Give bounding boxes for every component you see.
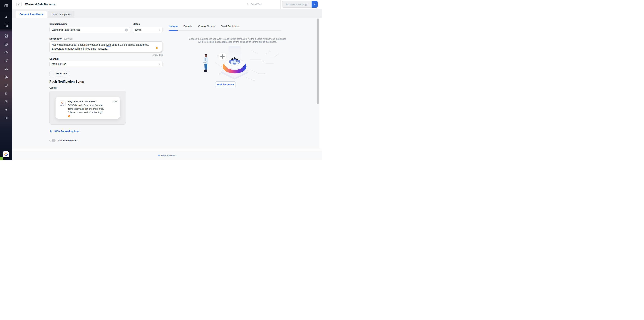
new-version-button[interactable]: + New Version [158,154,176,157]
notification-time: now [113,100,117,103]
content-label: Content [50,87,57,89]
audience-tabs: Include Exclude Control Groups Seed Reci… [169,25,239,30]
chevron-down-icon [314,3,316,6]
reports-document-icon[interactable] [4,100,8,104]
settings-gear-icon[interactable] [4,116,8,120]
send-test-label: Send Test [250,3,262,6]
green-corner-decoration [0,157,3,160]
audience-active-tab-underline [169,30,178,31]
chevron-down-icon: ∨ [159,29,160,31]
description-textarea[interactable]: Notify users about our exclusive weekend… [50,41,163,53]
add-audience-button[interactable]: Add Audience [215,82,236,87]
notification-body: BOGO is back! Grab your favorite items t… [68,104,105,118]
zeta-app-name: ZETA [60,104,64,106]
explore-compass-icon[interactable] [4,42,8,46]
audience-empty-state-illustration [190,46,283,81]
channel-label: Channel [50,58,58,60]
activate-dropdown-button[interactable] [312,1,318,8]
abn-test-button[interactable]: + A/B/n Test [50,71,70,77]
vertical-scrollbar[interactable] [317,19,319,104]
back-button[interactable] [16,2,22,7]
tab-launch-options[interactable]: Launch & Options [48,11,74,18]
chevron-left-icon [18,3,20,6]
campaign-name-input[interactable] [52,28,123,31]
apps-grid-icon[interactable] [4,23,8,27]
sidebar [0,0,12,160]
audience-tabs-track [169,30,282,31]
notification-title: Buy One, Get One FREE! [68,100,96,103]
channel-select[interactable]: Mobile Push ∨ [50,61,163,67]
page-title: Weekend Sale Bonanza [25,3,55,6]
zeta-logo[interactable] [3,151,9,157]
audience-tab-control-groups[interactable]: Control Groups [198,25,215,30]
channel-value: Mobile Push [52,63,66,66]
toggle-knob [50,139,52,142]
templates-copy-icon[interactable] [4,91,8,95]
campaign-name-input-wrap: ✕ [50,27,130,33]
activate-campaign-button[interactable]: Activate Campaign [282,1,312,8]
audience-podium [221,58,248,80]
header-divider [280,0,281,9]
grammar-indicator-dot[interactable] [156,47,158,49]
ios-android-options-label: iOS / Android options [54,130,79,133]
char-counter: 130 / 400 [50,54,163,57]
ai-sparkles-icon[interactable] [4,15,8,19]
push-setup-heading: Push Notification Setup [50,80,84,83]
plus-circle-icon[interactable] [218,53,226,60]
plus-icon: + [52,72,54,75]
sidebar-divider [0,12,12,12]
audience-tab-exclude[interactable]: Exclude [183,25,192,30]
campaign-editor-window: Weekend Sale Bonanza Send Test Activate … [0,0,322,160]
status-select[interactable]: Draft ∨ [133,27,163,33]
new-version-label: New Version [161,154,176,157]
light-beam [228,46,241,59]
status-value: Draft [135,28,141,31]
additional-values-row: Additional values [50,139,78,142]
assistant-sparkles-icon[interactable] [4,108,8,112]
abn-test-label: A/B/n Test [56,72,67,75]
gear-icon [50,130,53,133]
push-preview-panel: ZETA Buy One, Get One FREE! now BOGO is … [50,91,126,125]
send-test-button[interactable]: Send Test [246,3,262,6]
content-area: Campaign name ✕ Status Draft ∨ Descripti… [12,18,320,148]
chevron-down-icon: ∨ [159,63,160,65]
top-header: Weekend Sale Bonanza Send Test Activate … [12,0,322,9]
clear-circle-icon[interactable]: ✕ [125,29,128,32]
version-footer: + New Version [12,151,322,160]
additional-values-label: Additional values [58,139,78,142]
zeta-app-icon: ZETA [59,101,66,107]
resize-handle[interactable] [160,50,162,52]
content-bottom-strip [12,148,322,151]
tab-content-audience[interactable]: Content & Audience [16,11,47,18]
activate-campaign-split-button: Activate Campaign [282,1,318,8]
campaign-name-label: Campaign name [50,23,68,25]
ios-android-options-link[interactable]: iOS / Android options [50,130,79,133]
dashboard-blocks-icon[interactable] [4,34,8,38]
segments-bubbles-icon[interactable] [4,75,8,79]
goals-target-icon[interactable] [4,50,8,54]
panel-toggle-icon[interactable] [4,4,8,8]
additional-values-toggle[interactable] [50,139,56,142]
description-text-before: Notify users about our exclusive weekend… [52,43,106,46]
notification-preview-card[interactable]: ZETA Buy One, Get One FREE! now BOGO is … [56,97,120,119]
audience-tab-seed-recipients[interactable]: Seed Recipients [221,25,239,30]
description-label: Description (optional) [50,38,72,40]
audience-description: Choose the audiences you want to add to … [188,38,287,44]
description-text-marked: with [106,43,111,47]
main-tab-strip: Content & Audience Launch & Options [12,9,322,18]
data-cylinder-icon[interactable] [4,83,8,87]
description-optional: (optional) [63,38,72,40]
campaigns-send-icon[interactable] [4,59,8,63]
plus-icon: + [158,154,160,157]
status-label: Status [133,23,140,25]
person-illustration [203,54,208,72]
journeys-sitemap-icon[interactable] [4,67,8,71]
audience-tab-include[interactable]: Include [169,25,178,30]
send-plane-icon [246,3,249,6]
